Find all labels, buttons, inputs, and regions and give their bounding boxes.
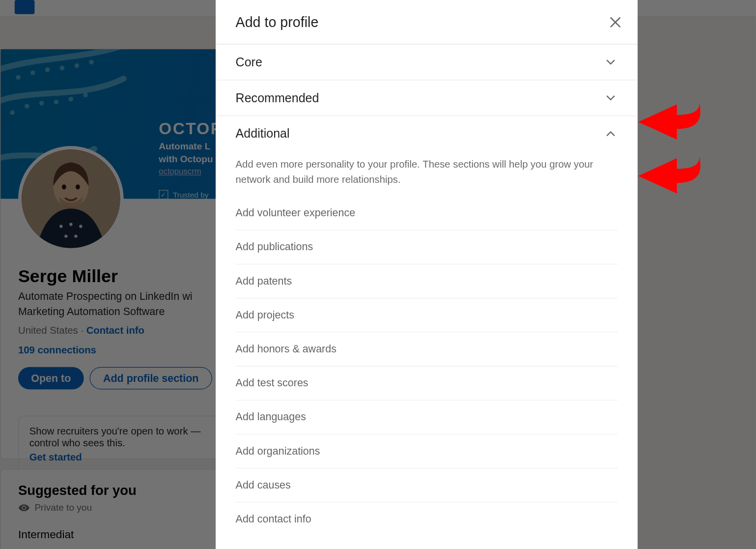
additional-item-5[interactable]: Add test scores	[236, 367, 618, 401]
additional-item-0[interactable]: Add volunteer experience	[236, 197, 618, 231]
annotation-arrow-1	[636, 98, 700, 147]
additional-item-1[interactable]: Add publications	[236, 231, 618, 264]
additional-item-3[interactable]: Add projects	[236, 298, 618, 332]
additional-item-4[interactable]: Add honors & awards	[236, 332, 618, 366]
modal-title: Add to profile	[236, 14, 319, 30]
modal-header: Add to profile	[216, 0, 638, 45]
additional-items-list: Add volunteer experienceAdd publications…	[216, 197, 638, 536]
section-additional-label: Additional	[236, 127, 290, 141]
close-icon	[608, 14, 623, 29]
close-button[interactable]	[604, 10, 627, 34]
section-additional[interactable]: Additional	[216, 116, 638, 151]
section-recommended-label: Recommended	[236, 91, 319, 105]
chevron-down-icon	[604, 91, 618, 105]
additional-item-9[interactable]: Add contact info	[236, 502, 618, 536]
additional-item-6[interactable]: Add languages	[236, 401, 618, 434]
additional-description: Add even more personality to your profil…	[216, 151, 638, 197]
additional-item-2[interactable]: Add patents	[236, 264, 618, 298]
section-recommended[interactable]: Recommended	[216, 80, 638, 116]
chevron-down-icon	[604, 55, 618, 69]
annotation-arrow-2	[636, 152, 700, 202]
additional-item-7[interactable]: Add organizations	[236, 434, 618, 468]
add-to-profile-modal: Add to profile Core Recommended Addition…	[216, 0, 638, 549]
section-core-label: Core	[236, 55, 262, 69]
additional-item-8[interactable]: Add causes	[236, 468, 618, 502]
section-core[interactable]: Core	[216, 45, 638, 81]
chevron-up-icon	[604, 127, 618, 141]
